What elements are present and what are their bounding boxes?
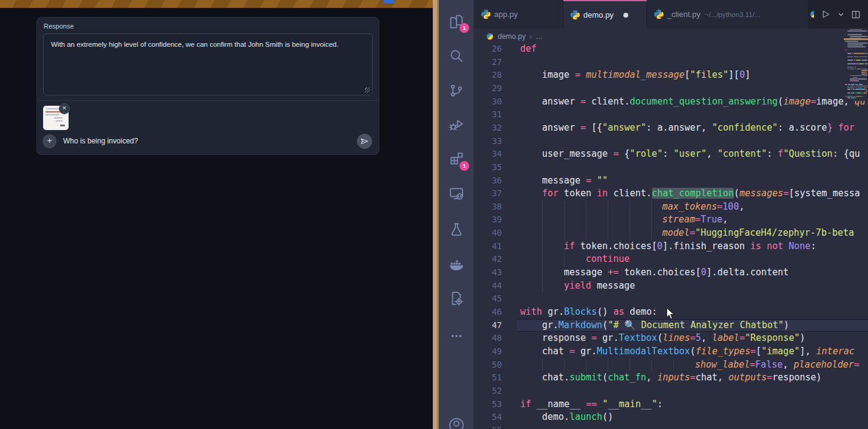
run-python-file-button[interactable]: [821, 9, 831, 19]
code-line[interactable]: 33: [474, 135, 868, 148]
code-line[interactable]: 50show_label=False, placeholder=: [474, 359, 868, 372]
code-line[interactable]: 52: [474, 385, 868, 398]
line-number[interactable]: 28: [474, 69, 502, 82]
sidebar-item-remote-explorer[interactable]: [448, 185, 465, 202]
sidebar-item-explorer[interactable]: 1: [448, 13, 465, 30]
code-line[interactable]: 40model="HuggingFaceH4/zephyr-7b-beta: [474, 227, 868, 240]
line-number[interactable]: 44: [474, 280, 502, 293]
line-number[interactable]: 32: [474, 122, 502, 135]
line-number[interactable]: 53: [474, 398, 502, 411]
line-number[interactable]: 35: [474, 161, 502, 174]
minimap-line: [856, 69, 861, 70]
code-text: image = multimodal_message["files"][0]: [542, 69, 750, 82]
line-number[interactable]: 34: [474, 148, 502, 161]
line-number[interactable]: 51: [474, 371, 502, 385]
line-number[interactable]: 52: [474, 385, 502, 398]
remove-attachment-button[interactable]: ✕: [59, 103, 70, 114]
line-number[interactable]: 50: [474, 359, 502, 372]
indent-guide: [673, 359, 674, 372]
prompt-input[interactable]: Who is being invoiced?: [63, 137, 138, 145]
line-number[interactable]: 27: [474, 56, 502, 69]
sidebar-item-source-control[interactable]: [448, 82, 465, 99]
code-line[interactable]: 34user_message = {"role": "user", "conte…: [474, 148, 868, 161]
modified-indicator[interactable]: [623, 13, 628, 18]
line-number[interactable]: 55: [474, 424, 502, 429]
code-text: def: [520, 43, 537, 56]
code-line[interactable]: 27: [474, 56, 868, 69]
sidebar-item-extensions[interactable]: 1: [448, 151, 465, 168]
code-line[interactable]: 48response = gr.Textbox(lines=5, label="…: [474, 332, 868, 345]
code-line[interactable]: 41if token.choices[0].finish_reason is n…: [474, 240, 868, 253]
response-textarea[interactable]: With an extremely high level of confiden…: [43, 33, 373, 95]
code-line[interactable]: 35: [474, 161, 868, 174]
resize-handle[interactable]: [365, 88, 370, 93]
minimap-line: [847, 97, 850, 98]
tab-label: _client.py: [667, 10, 700, 19]
code-line[interactable]: 38max_tokens=100,: [474, 201, 868, 214]
line-number[interactable]: 39: [474, 213, 502, 227]
line-number[interactable]: 47: [474, 319, 502, 332]
indent-guide: [608, 359, 608, 372]
code-line[interactable]: 53if __name__ == "__main__":: [474, 398, 868, 411]
line-number[interactable]: 43: [474, 266, 502, 280]
indent-guide: [564, 253, 565, 266]
breadcrumb-more[interactable]: …: [535, 32, 543, 41]
window-divider[interactable]: [433, 0, 439, 429]
code-line[interactable]: 44yield message: [474, 280, 868, 293]
code-line[interactable]: 37for token in client.chat_completion(me…: [474, 187, 868, 201]
code-line[interactable]: 45: [474, 292, 868, 306]
sidebar-item-run-debug[interactable]: [448, 116, 465, 133]
code-line[interactable]: 36message = "": [474, 174, 868, 188]
line-number[interactable]: 40: [474, 227, 502, 240]
run-dropdown-chevron-icon[interactable]: [838, 11, 844, 18]
indent-guide: [608, 213, 608, 227]
sidebar-item-testing[interactable]: [448, 221, 465, 238]
account-button[interactable]: [448, 417, 465, 429]
tab-demo-py[interactable]: demo.py: [563, 0, 647, 29]
code-layer[interactable]: 26def2728image = multimodal_message["fil…: [474, 0, 868, 429]
code-line[interactable]: 51chat.submit(chat_fn, inputs=chat, outp…: [474, 371, 868, 385]
line-number[interactable]: 33: [474, 135, 502, 148]
code-line[interactable]: 32answer = [{"answer": a.answer, "confid…: [474, 122, 868, 135]
sidebar-item-search[interactable]: [448, 47, 465, 64]
invoice-art: [56, 120, 63, 122]
split-editor-button[interactable]: [851, 10, 861, 19]
send-button[interactable]: [357, 134, 372, 149]
code-line[interactable]: 30answer = client.document_question_answ…: [474, 95, 868, 109]
line-number[interactable]: 31: [474, 108, 502, 122]
more-views-button[interactable]: [448, 328, 465, 345]
line-number[interactable]: 37: [474, 187, 502, 201]
indent-guide: [564, 201, 565, 214]
tab-client-py[interactable]: _client.py ~/.../python3.11/...: [647, 0, 821, 29]
line-number[interactable]: 46: [474, 306, 502, 319]
code-line[interactable]: 42continue: [474, 253, 868, 266]
line-number[interactable]: 48: [474, 332, 502, 345]
line-number[interactable]: 26: [474, 43, 502, 56]
code-line[interactable]: 39stream=True,: [474, 213, 868, 227]
sidebar-item-docker[interactable]: [448, 256, 465, 273]
breadcrumb-file[interactable]: demo.py: [498, 32, 526, 41]
add-file-button[interactable]: +: [42, 134, 56, 148]
line-number[interactable]: 29: [474, 82, 502, 95]
minimap-line: [847, 44, 863, 46]
code-line[interactable]: 26def: [474, 43, 868, 56]
minimap-line: [855, 69, 856, 70]
line-number[interactable]: 54: [474, 411, 502, 424]
code-line[interactable]: 28image = multimodal_message["files"][0]: [474, 69, 868, 82]
line-number[interactable]: 49: [474, 345, 502, 359]
line-number[interactable]: 36: [474, 174, 502, 188]
line-number[interactable]: 42: [474, 253, 502, 266]
code-line[interactable]: 29: [474, 82, 868, 95]
code-line[interactable]: 55: [474, 424, 868, 429]
tab-app-py[interactable]: app.py: [474, 0, 563, 29]
line-number[interactable]: 30: [474, 95, 502, 109]
code-line[interactable]: 49chat = gr.MultimodalTextbox(file_types…: [474, 345, 868, 359]
code-line[interactable]: 43message += token.choices[0].delta.cont…: [474, 266, 868, 280]
code-line[interactable]: 31: [474, 108, 868, 122]
line-number[interactable]: 38: [474, 201, 502, 214]
sidebar-item-project-manager[interactable]: [448, 290, 465, 307]
line-number[interactable]: 45: [474, 292, 502, 306]
minimap-line: [863, 96, 864, 97]
line-number[interactable]: 41: [474, 240, 502, 253]
code-line[interactable]: 54demo.launch(): [474, 411, 868, 424]
